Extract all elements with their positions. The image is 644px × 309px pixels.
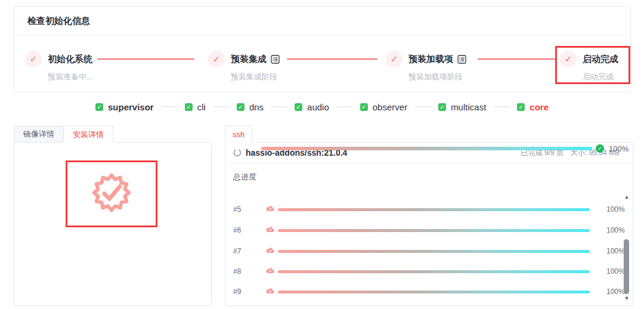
highlight-box-seal xyxy=(66,160,157,227)
step-init-system: ✓ 初始化系统 预装准备中... xyxy=(25,51,93,82)
service-observer[interactable]: ✓ observer xyxy=(360,102,407,112)
layer-row: #9 100% xyxy=(233,286,249,297)
service-connector xyxy=(336,106,353,107)
step-subtitle: 启动完成 xyxy=(583,72,618,82)
checkbox-checked-icon[interactable]: ✓ xyxy=(360,103,368,111)
checkbox-checked-icon[interactable]: ✓ xyxy=(517,103,525,111)
step-preinstall-addons: ✓ 预装加载项 预装加载项阶段 xyxy=(386,51,466,82)
layer-id: #5 xyxy=(233,205,249,214)
services-row: ✓ supervisor ✓ cli ✓ dns ✓ audio ✓ obser… xyxy=(0,100,644,114)
list-icon[interactable] xyxy=(457,55,466,64)
service-connector xyxy=(213,106,230,107)
tab-image-details[interactable]: 镜像详情 xyxy=(14,126,63,143)
step-connector xyxy=(478,58,555,60)
checkbox-checked-icon[interactable]: ✓ xyxy=(237,103,244,111)
layer-percent: 100% xyxy=(606,247,625,255)
step-subtitle: 预装加载项阶段 xyxy=(408,72,466,82)
step-title: 初始化系统 xyxy=(48,54,92,65)
step-connector xyxy=(97,58,194,60)
layer-progress-bar xyxy=(278,270,590,273)
sync-icon xyxy=(233,149,242,157)
step-preinstall-integrations: ✓ 预装集成 预装集成阶段 xyxy=(208,51,280,82)
ssh-progress-panel: hassio-addons/ssh:21.0.4 已完成 9/9 层 大小: 9… xyxy=(225,142,633,306)
tab-ssh[interactable]: ssh xyxy=(225,126,252,143)
layer-row: #8 100% xyxy=(233,266,249,277)
layer-percent: 100% xyxy=(606,267,625,276)
total-progress-bar xyxy=(261,147,592,150)
service-connector xyxy=(414,106,431,107)
step-subtitle: 预装准备中... xyxy=(48,72,93,82)
service-label: supervisor xyxy=(108,102,154,112)
init-check-card: 检查初始化信息 ✓ 初始化系统 预装准备中... ✓ 预装集成 xyxy=(14,6,631,92)
success-badge-icon: ✓ xyxy=(596,144,604,153)
service-connector xyxy=(271,106,287,107)
tab-install-details[interactable]: 安装详情 xyxy=(63,126,113,143)
layer-progress-bar xyxy=(278,250,590,253)
step-check-icon: ✓ xyxy=(386,51,402,67)
layer-percent: 100% xyxy=(606,226,625,234)
layer-id: #8 xyxy=(233,267,249,276)
service-connector xyxy=(161,106,178,107)
layer-row: #6 100% xyxy=(233,225,249,236)
cloud-done-icon xyxy=(266,247,274,254)
cloud-done-icon xyxy=(266,267,274,274)
service-audio[interactable]: ✓ audio xyxy=(295,102,329,112)
service-connector xyxy=(493,106,510,107)
panel-divider xyxy=(225,163,633,163)
layer-row: #5 100% xyxy=(233,204,249,215)
cloud-done-icon xyxy=(266,205,274,212)
layer-progress-bar xyxy=(278,208,590,211)
service-label: audio xyxy=(307,102,329,112)
service-label: observer xyxy=(373,102,407,112)
seal-check-icon xyxy=(86,167,137,221)
total-progress-row: 总进度 xyxy=(233,171,259,183)
layer-id: #6 xyxy=(233,226,249,234)
cloud-done-icon xyxy=(266,288,274,294)
scroll-up-icon[interactable]: ▲ xyxy=(623,194,630,200)
service-multicast[interactable]: ✓ multicast xyxy=(438,102,486,112)
total-progress-label: 总进度 xyxy=(233,172,259,183)
service-label: dns xyxy=(249,102,264,112)
checkbox-checked-icon[interactable]: ✓ xyxy=(295,103,302,111)
list-icon[interactable] xyxy=(271,55,280,64)
service-cli[interactable]: ✓ cli xyxy=(185,102,206,112)
layer-id: #9 xyxy=(233,288,249,296)
service-label: core xyxy=(530,102,549,112)
card-title: 检查初始化信息 xyxy=(27,16,90,27)
step-startup-complete: ✓ 启动完成 启动完成 xyxy=(560,51,618,82)
step-check-icon: ✓ xyxy=(208,51,225,67)
service-label: multicast xyxy=(451,102,486,112)
install-details-panel xyxy=(14,142,212,306)
step-title: 预装集成 xyxy=(231,54,267,65)
step-subtitle: 预装集成阶段 xyxy=(231,72,280,82)
layer-progress-bar xyxy=(278,229,590,232)
step-connector xyxy=(287,58,377,60)
step-check-icon: ✓ xyxy=(560,51,577,67)
service-label: cli xyxy=(197,102,206,112)
cloud-done-icon xyxy=(266,226,274,233)
service-supervisor[interactable]: ✓ supervisor xyxy=(95,102,154,112)
scrollbar-thumb[interactable] xyxy=(624,239,629,294)
checkbox-checked-icon[interactable]: ✓ xyxy=(438,103,446,111)
layer-progress-bar xyxy=(278,291,590,293)
step-title: 预装加载项 xyxy=(408,54,453,65)
card-divider xyxy=(14,35,630,35)
total-progress-percent: 100% xyxy=(609,144,628,153)
checkbox-checked-icon[interactable]: ✓ xyxy=(95,103,103,111)
service-core[interactable]: ✓ core xyxy=(517,102,549,112)
service-dns[interactable]: ✓ dns xyxy=(237,102,264,112)
checkbox-checked-icon[interactable]: ✓ xyxy=(185,103,193,111)
layer-id: #7 xyxy=(233,247,249,255)
layer-percent: 100% xyxy=(606,205,625,214)
scroll-down-icon[interactable]: ▼ xyxy=(623,295,630,301)
step-check-icon: ✓ xyxy=(25,51,42,67)
layer-percent: 100% xyxy=(606,288,625,296)
page: 检查初始化信息 ✓ 初始化系统 预装准备中... ✓ 预装集成 xyxy=(0,0,644,309)
step-title: 启动完成 xyxy=(583,54,618,65)
layer-row: #7 100% xyxy=(233,246,249,257)
